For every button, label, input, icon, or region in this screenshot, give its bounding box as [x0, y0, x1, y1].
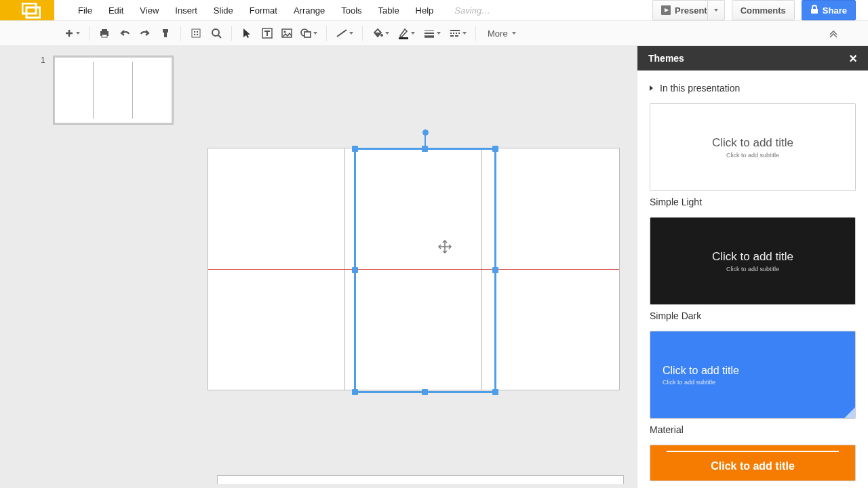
resize-handle-se[interactable] — [492, 389, 498, 395]
menu-file[interactable]: File — [71, 1, 100, 20]
svg-line-27 — [337, 30, 347, 37]
present-dropdown[interactable] — [707, 1, 724, 20]
svg-rect-9 — [102, 35, 107, 37]
move-cursor-icon — [438, 240, 452, 256]
thumbnail-preview — [53, 56, 174, 125]
theme-thumb-title: Click to add title — [712, 136, 793, 150]
comments-button[interactable]: Comments — [732, 0, 795, 20]
menu-insert[interactable]: Insert — [167, 1, 205, 20]
theme-material[interactable]: Click to add title Click to add subtitle — [650, 331, 856, 419]
select-tool[interactable] — [238, 24, 256, 42]
fill-color-button[interactable] — [369, 24, 392, 42]
header-right: Present Comments Share — [652, 0, 868, 20]
svg-rect-29 — [399, 37, 408, 39]
textbox-tool[interactable] — [258, 24, 276, 42]
fold-corner-icon — [844, 407, 855, 418]
paint-format-button[interactable] — [157, 24, 174, 42]
themes-title: Themes — [648, 53, 684, 64]
zoom-button[interactable] — [208, 24, 225, 42]
theme-label: Simple Dark — [650, 305, 856, 331]
menu-tools[interactable]: Tools — [334, 1, 369, 20]
play-icon — [661, 5, 671, 15]
app: File Edit View Insert Slide Format Arran… — [0, 0, 868, 488]
line-weight-button[interactable] — [420, 24, 443, 42]
slide-thumbnail-1[interactable]: 1 — [0, 46, 190, 125]
menu-help[interactable]: Help — [408, 1, 441, 20]
resize-handle-nw[interactable] — [352, 146, 358, 152]
svg-line-18 — [218, 35, 221, 38]
theme-thumb-subtitle: Click to add subtitle — [726, 266, 779, 272]
redo-button[interactable] — [136, 24, 154, 42]
undo-button[interactable] — [116, 24, 134, 42]
line-tool[interactable] — [333, 24, 356, 42]
shape-tool[interactable] — [298, 24, 320, 42]
svg-point-14 — [197, 31, 198, 33]
rotate-handle[interactable] — [422, 129, 429, 136]
theme-thumb-title: Click to add title — [663, 365, 739, 377]
triangle-right-icon — [650, 85, 653, 91]
theme-thumb-title: Click to add title — [711, 460, 795, 472]
menu-edit[interactable]: Edit — [101, 1, 131, 20]
menu-view[interactable]: View — [132, 1, 166, 20]
app-logo[interactable] — [0, 0, 54, 20]
toolbar-more-label: More — [488, 28, 508, 39]
theme-thumb-subtitle: Click to add subtitle — [726, 152, 779, 159]
svg-rect-8 — [102, 29, 107, 31]
speaker-notes-bar[interactable] — [217, 475, 624, 484]
theme-label: Simple Light — [650, 191, 856, 217]
save-status: Saving… — [442, 1, 502, 20]
theme-orange[interactable]: Click to add title — [650, 445, 856, 481]
svg-rect-4 — [811, 9, 818, 14]
svg-point-16 — [197, 34, 198, 35]
slides-logo-icon — [22, 3, 41, 19]
resize-handle-w[interactable] — [352, 267, 358, 273]
resize-handle-e[interactable] — [492, 267, 498, 273]
image-tool[interactable] — [279, 24, 295, 42]
lock-icon — [810, 5, 818, 16]
main: 1 — [0, 46, 868, 488]
theme-simple-dark[interactable]: Click to add title Click to add subtitle — [650, 217, 856, 305]
menu-bar: File Edit View Insert Slide Format Arran… — [54, 0, 502, 20]
menu-slide[interactable]: Slide — [206, 1, 241, 20]
svg-rect-20 — [262, 28, 272, 38]
svg-rect-26 — [304, 32, 311, 37]
toolbar-collapse-button[interactable] — [825, 24, 842, 42]
line-color-button[interactable] — [395, 24, 418, 42]
themes-section-toggle[interactable]: In this presentation — [650, 79, 856, 103]
svg-point-15 — [194, 34, 195, 35]
close-themes-button[interactable]: × — [849, 51, 857, 66]
selected-shape[interactable] — [354, 148, 496, 393]
present-label: Present — [675, 5, 707, 16]
resize-handle-n[interactable] — [422, 146, 428, 152]
canvas-area[interactable] — [190, 46, 637, 488]
menu-arrange[interactable]: Arrange — [286, 1, 332, 20]
menu-table[interactable]: Table — [371, 1, 407, 20]
svg-rect-23 — [282, 29, 292, 37]
menu-format[interactable]: Format — [242, 1, 285, 20]
print-button[interactable] — [96, 24, 113, 42]
theme-thumb-title: Click to add title — [712, 250, 793, 264]
resize-handle-s[interactable] — [422, 389, 428, 395]
line-dash-button[interactable] — [446, 24, 469, 42]
svg-point-28 — [380, 34, 383, 37]
present-button[interactable]: Present — [652, 0, 725, 20]
fit-button[interactable] — [187, 24, 205, 42]
themes-header: Themes × — [637, 46, 868, 70]
share-button[interactable]: Share — [802, 0, 856, 20]
svg-point-17 — [212, 29, 219, 36]
themes-panel: Themes × In this presentation Click to a… — [637, 46, 868, 488]
header: File Edit View Insert Slide Format Arran… — [0, 0, 868, 20]
svg-rect-7 — [100, 31, 108, 36]
resize-handle-sw[interactable] — [352, 389, 358, 395]
theme-simple-light[interactable]: Click to add title Click to add subtitle — [650, 103, 856, 191]
toolbar-more-button[interactable]: More — [482, 28, 521, 39]
svg-rect-11 — [164, 33, 167, 37]
svg-point-25 — [301, 29, 308, 36]
svg-point-24 — [283, 30, 285, 33]
svg-rect-12 — [192, 29, 200, 37]
svg-marker-19 — [243, 28, 250, 38]
slide-number: 1 — [41, 56, 45, 65]
resize-handle-ne[interactable] — [492, 146, 498, 152]
svg-rect-10 — [163, 29, 168, 33]
new-slide-button[interactable] — [62, 24, 83, 42]
